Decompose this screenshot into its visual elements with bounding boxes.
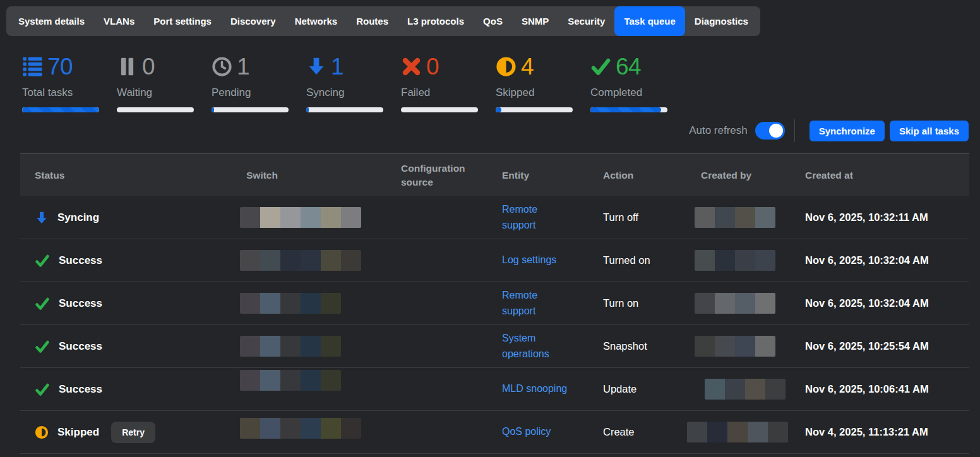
entity-cell: Remote support	[496, 202, 597, 234]
stat-label: Waiting	[117, 86, 194, 99]
entity-link[interactable]: Remote support	[502, 202, 571, 234]
skip-all-tasks-button[interactable]: Skip all tasks	[890, 121, 969, 141]
status-cell: Success	[20, 339, 240, 354]
stat-label: Syncing	[306, 86, 383, 99]
created-by-redacted-thumbnail	[687, 422, 788, 442]
entity-link[interactable]: Remote support	[502, 288, 571, 319]
table-row: Success System operations Snapshot Nov 6…	[20, 325, 969, 368]
stat-progress-bar	[401, 107, 478, 112]
tab-qos[interactable]: QoS	[474, 6, 512, 36]
created-at-cell: Nov 6, 2025, 10:25:54 AM	[799, 340, 969, 352]
table-header: StatusSwitchConfiguration sourceEntityAc…	[20, 153, 969, 196]
switch-cell	[240, 336, 395, 357]
stat-pending: 1 Pending	[212, 52, 289, 112]
status-text: Success	[59, 297, 102, 310]
stat-completed: 64 Completed	[590, 52, 667, 112]
created-by-redacted-thumbnail	[695, 336, 775, 357]
pause-icon	[117, 56, 138, 77]
syncing-arrow-down-icon	[35, 211, 49, 225]
switch-cell	[240, 422, 395, 442]
column-header-status: Status	[20, 169, 240, 182]
stat-label: Failed	[401, 86, 478, 99]
entity-link[interactable]: Log settings	[502, 252, 556, 268]
stats-row: 70 Total tasks 0 Waiting 1 Pending 1	[22, 52, 685, 112]
stat-syncing: 1 Syncing	[306, 52, 383, 112]
tab-port-settings[interactable]: Port settings	[144, 6, 221, 36]
switch-redacted-thumbnail	[240, 207, 361, 228]
created-by-cell	[695, 250, 799, 271]
table-row: Syncing Remote support Turn off Nov 6, 2…	[20, 196, 969, 239]
tab-security[interactable]: Security	[558, 6, 614, 36]
entity-cell: Log settings	[496, 252, 597, 268]
table-body: Syncing Remote support Turn off Nov 6, 2…	[20, 196, 969, 454]
success-check-icon	[35, 339, 50, 354]
created-at-cell: Nov 4, 2025, 11:13:21 AM	[799, 426, 969, 438]
created-by-redacted-thumbnail	[695, 250, 775, 271]
success-check-icon	[35, 296, 50, 311]
action-cell: Turned on	[597, 254, 695, 266]
controls-row: Auto refresh Synchronize Skip all tasks	[689, 119, 969, 142]
table-row: Success Log settings Turned on Nov 6, 20…	[20, 239, 969, 282]
entity-cell: MLD snooping	[496, 381, 597, 397]
tab-networks[interactable]: Networks	[285, 6, 347, 36]
created-at-cell: Nov 6, 2025, 10:32:04 AM	[799, 254, 969, 266]
column-header-entity: Entity	[496, 169, 597, 182]
half-circle-icon	[496, 56, 517, 77]
switch-cell	[240, 207, 395, 228]
created-by-cell	[695, 379, 799, 400]
table-row: Success Remote support Turn on Nov 6, 20…	[20, 282, 969, 325]
status-text: Success	[59, 254, 102, 267]
switch-redacted-thumbnail	[240, 293, 341, 314]
tab-discovery[interactable]: Discovery	[221, 6, 285, 36]
tab-task-queue[interactable]: Task queue	[614, 6, 684, 36]
created-at-cell: Nov 6, 2025, 10:06:41 AM	[799, 383, 969, 395]
toggle-knob	[769, 124, 783, 138]
switch-cell	[240, 250, 395, 271]
success-check-icon	[35, 382, 50, 397]
tab-diagnostics[interactable]: Diagnostics	[685, 6, 758, 36]
entity-cell: System operations	[496, 331, 597, 362]
stat-progress-bar	[496, 107, 573, 112]
created-at-cell: Nov 6, 2025, 10:32:11 AM	[799, 211, 969, 223]
stat-progress-bar	[22, 107, 99, 112]
stat-progress-bar	[306, 107, 383, 112]
action-cell: Update	[597, 383, 695, 395]
stat-value: 4	[521, 55, 534, 78]
entity-link[interactable]: System operations	[502, 331, 571, 362]
stat-label: Completed	[590, 86, 667, 99]
arrow-down-icon	[306, 56, 326, 76]
synchronize-button[interactable]: Synchronize	[810, 121, 885, 141]
switch-cell	[240, 379, 395, 400]
stat-skipped: 4 Skipped	[496, 52, 573, 112]
status-cell: Syncing	[20, 211, 240, 225]
column-header-configuration-source: Configuration source	[395, 162, 496, 189]
created-by-cell	[695, 336, 799, 357]
auto-refresh-toggle[interactable]	[755, 122, 785, 139]
action-cell: Snapshot	[597, 340, 695, 352]
stat-progress-bar	[212, 107, 289, 112]
stat-value: 1	[331, 55, 344, 78]
entity-link[interactable]: MLD snooping	[502, 381, 567, 397]
tab-l3-protocols[interactable]: L3 protocols	[398, 6, 474, 36]
success-check-icon	[35, 253, 50, 268]
created-by-redacted-thumbnail	[705, 379, 786, 400]
action-cell: Create	[597, 426, 695, 438]
retry-button[interactable]: Retry	[111, 422, 155, 443]
switch-redacted-thumbnail	[240, 250, 361, 271]
clock-icon	[212, 56, 232, 77]
tab-system-details[interactable]: System details	[9, 6, 94, 36]
stat-waiting: 0 Waiting	[117, 52, 194, 112]
tab-vlans[interactable]: VLANs	[94, 6, 144, 36]
entity-link[interactable]: QoS policy	[502, 424, 551, 440]
list-icon	[22, 56, 43, 77]
top-nav: System detailsVLANsPort settingsDiscover…	[6, 6, 760, 36]
task-queue-table: StatusSwitchConfiguration sourceEntityAc…	[20, 153, 969, 454]
tab-snmp[interactable]: SNMP	[512, 6, 558, 36]
skipped-half-circle-icon	[35, 425, 49, 439]
created-by-cell	[695, 207, 799, 228]
status-text: Success	[59, 383, 102, 396]
tab-routes[interactable]: Routes	[347, 6, 398, 36]
created-by-cell	[695, 422, 799, 442]
stat-label: Pending	[212, 86, 289, 99]
stat-value: 64	[616, 55, 641, 78]
